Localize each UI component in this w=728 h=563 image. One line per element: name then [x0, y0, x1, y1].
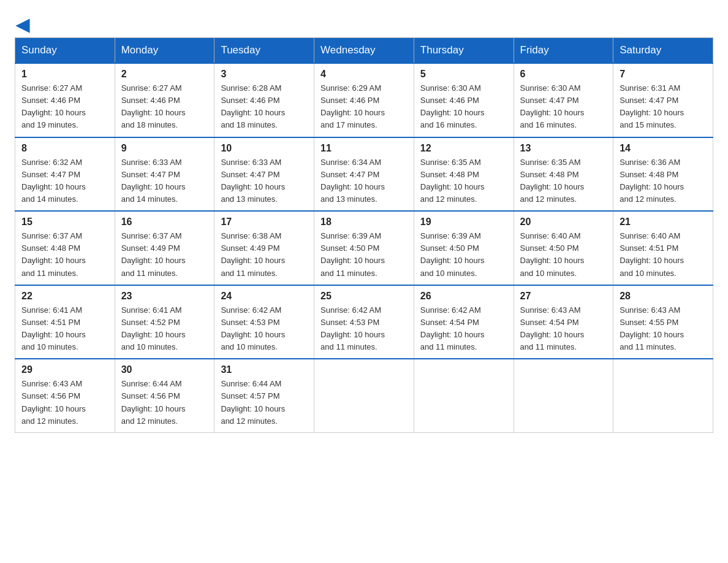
calendar-cell: 24 Sunrise: 6:42 AM Sunset: 4:53 PM Dayl… [214, 285, 314, 359]
weekday-header-friday: Friday [514, 38, 613, 64]
day-number: 17 [221, 216, 308, 228]
day-number: 20 [520, 216, 607, 228]
day-info: Sunrise: 6:41 AM Sunset: 4:51 PM Dayligh… [21, 305, 86, 351]
day-number: 3 [221, 69, 308, 80]
calendar-week-row-5: 29 Sunrise: 6:43 AM Sunset: 4:56 PM Dayl… [15, 359, 713, 432]
calendar-cell: 12 Sunrise: 6:35 AM Sunset: 4:48 PM Dayl… [414, 137, 514, 212]
logo: ◀ [15, 15, 29, 31]
calendar-cell: 18 Sunrise: 6:39 AM Sunset: 4:50 PM Dayl… [314, 211, 414, 285]
calendar-cell: 14 Sunrise: 6:36 AM Sunset: 4:48 PM Dayl… [613, 137, 713, 212]
day-number: 13 [520, 143, 607, 154]
day-info: Sunrise: 6:39 AM Sunset: 4:50 PM Dayligh… [420, 231, 485, 277]
calendar-week-row-4: 22 Sunrise: 6:41 AM Sunset: 4:51 PM Dayl… [15, 285, 713, 359]
calendar-cell: 2 Sunrise: 6:27 AM Sunset: 4:46 PM Dayli… [115, 63, 214, 137]
day-info: Sunrise: 6:33 AM Sunset: 4:47 PM Dayligh… [121, 158, 186, 204]
day-info: Sunrise: 6:43 AM Sunset: 4:54 PM Dayligh… [520, 305, 585, 351]
weekday-header-thursday: Thursday [414, 38, 514, 64]
calendar-cell: 4 Sunrise: 6:29 AM Sunset: 4:46 PM Dayli… [314, 63, 414, 137]
weekday-header-tuesday: Tuesday [214, 38, 314, 64]
day-number: 26 [420, 291, 507, 302]
weekday-header-wednesday: Wednesday [314, 38, 414, 64]
day-info: Sunrise: 6:42 AM Sunset: 4:53 PM Dayligh… [320, 305, 385, 351]
day-number: 31 [221, 364, 308, 375]
calendar-week-row-3: 15 Sunrise: 6:37 AM Sunset: 4:48 PM Dayl… [15, 211, 713, 285]
day-number: 2 [121, 69, 208, 80]
day-info: Sunrise: 6:37 AM Sunset: 4:48 PM Dayligh… [21, 231, 86, 277]
day-number: 8 [21, 143, 108, 154]
day-info: Sunrise: 6:30 AM Sunset: 4:47 PM Dayligh… [520, 83, 585, 129]
weekday-header-saturday: Saturday [613, 38, 713, 64]
calendar-cell: 5 Sunrise: 6:30 AM Sunset: 4:46 PM Dayli… [414, 63, 514, 137]
calendar-cell: 25 Sunrise: 6:42 AM Sunset: 4:53 PM Dayl… [314, 285, 414, 359]
day-info: Sunrise: 6:30 AM Sunset: 4:46 PM Dayligh… [420, 83, 485, 129]
day-info: Sunrise: 6:27 AM Sunset: 4:46 PM Dayligh… [21, 83, 86, 129]
day-info: Sunrise: 6:44 AM Sunset: 4:57 PM Dayligh… [221, 379, 285, 425]
day-number: 29 [21, 364, 108, 375]
calendar-cell: 30 Sunrise: 6:44 AM Sunset: 4:56 PM Dayl… [115, 359, 214, 432]
calendar-week-row-1: 1 Sunrise: 6:27 AM Sunset: 4:46 PM Dayli… [15, 63, 713, 137]
day-number: 21 [620, 216, 707, 228]
day-info: Sunrise: 6:34 AM Sunset: 4:47 PM Dayligh… [320, 158, 385, 204]
calendar-cell: 6 Sunrise: 6:30 AM Sunset: 4:47 PM Dayli… [514, 63, 613, 137]
day-number: 16 [121, 216, 208, 228]
day-number: 19 [420, 216, 507, 228]
day-number: 4 [320, 69, 408, 80]
day-number: 5 [420, 69, 507, 80]
day-number: 10 [221, 143, 308, 154]
calendar-cell [414, 359, 514, 432]
page-header: ◀ [15, 15, 713, 31]
calendar-table: SundayMondayTuesdayWednesdayThursdayFrid… [15, 37, 713, 433]
day-info: Sunrise: 6:43 AM Sunset: 4:55 PM Dayligh… [620, 305, 684, 351]
day-info: Sunrise: 6:40 AM Sunset: 4:50 PM Dayligh… [520, 231, 585, 277]
day-info: Sunrise: 6:44 AM Sunset: 4:56 PM Dayligh… [121, 379, 186, 425]
day-info: Sunrise: 6:35 AM Sunset: 4:48 PM Dayligh… [420, 158, 485, 204]
calendar-cell: 21 Sunrise: 6:40 AM Sunset: 4:51 PM Dayl… [613, 211, 713, 285]
day-info: Sunrise: 6:39 AM Sunset: 4:50 PM Dayligh… [320, 231, 385, 277]
calendar-cell: 26 Sunrise: 6:42 AM Sunset: 4:54 PM Dayl… [414, 285, 514, 359]
calendar-cell: 22 Sunrise: 6:41 AM Sunset: 4:51 PM Dayl… [15, 285, 115, 359]
day-number: 28 [620, 291, 707, 302]
day-info: Sunrise: 6:36 AM Sunset: 4:48 PM Dayligh… [620, 158, 684, 204]
calendar-cell: 1 Sunrise: 6:27 AM Sunset: 4:46 PM Dayli… [15, 63, 115, 137]
day-number: 18 [320, 216, 408, 228]
calendar-cell [514, 359, 613, 432]
day-info: Sunrise: 6:42 AM Sunset: 4:53 PM Dayligh… [221, 305, 285, 351]
day-number: 30 [121, 364, 208, 375]
day-number: 1 [21, 69, 108, 80]
weekday-header-row: SundayMondayTuesdayWednesdayThursdayFrid… [15, 38, 713, 64]
calendar-cell: 16 Sunrise: 6:37 AM Sunset: 4:49 PM Dayl… [115, 211, 214, 285]
day-info: Sunrise: 6:42 AM Sunset: 4:54 PM Dayligh… [420, 305, 485, 351]
day-info: Sunrise: 6:32 AM Sunset: 4:47 PM Dayligh… [21, 158, 86, 204]
calendar-cell: 8 Sunrise: 6:32 AM Sunset: 4:47 PM Dayli… [15, 137, 115, 212]
weekday-header-monday: Monday [115, 38, 214, 64]
calendar-cell: 3 Sunrise: 6:28 AM Sunset: 4:46 PM Dayli… [214, 63, 314, 137]
day-number: 11 [320, 143, 408, 154]
calendar-cell: 9 Sunrise: 6:33 AM Sunset: 4:47 PM Dayli… [115, 137, 214, 212]
calendar-cell [314, 359, 414, 432]
day-number: 6 [520, 69, 607, 80]
logo-triangle-icon: ◀ [16, 15, 29, 35]
calendar-cell: 28 Sunrise: 6:43 AM Sunset: 4:55 PM Dayl… [613, 285, 713, 359]
day-number: 23 [121, 291, 208, 302]
day-info: Sunrise: 6:38 AM Sunset: 4:49 PM Dayligh… [221, 231, 285, 277]
calendar-cell: 27 Sunrise: 6:43 AM Sunset: 4:54 PM Dayl… [514, 285, 613, 359]
day-info: Sunrise: 6:35 AM Sunset: 4:48 PM Dayligh… [520, 158, 585, 204]
calendar-cell: 20 Sunrise: 6:40 AM Sunset: 4:50 PM Dayl… [514, 211, 613, 285]
day-info: Sunrise: 6:43 AM Sunset: 4:56 PM Dayligh… [21, 379, 86, 425]
calendar-cell: 19 Sunrise: 6:39 AM Sunset: 4:50 PM Dayl… [414, 211, 514, 285]
calendar-cell: 13 Sunrise: 6:35 AM Sunset: 4:48 PM Dayl… [514, 137, 613, 212]
calendar-cell: 29 Sunrise: 6:43 AM Sunset: 4:56 PM Dayl… [15, 359, 115, 432]
calendar-cell: 23 Sunrise: 6:41 AM Sunset: 4:52 PM Dayl… [115, 285, 214, 359]
calendar-cell: 17 Sunrise: 6:38 AM Sunset: 4:49 PM Dayl… [214, 211, 314, 285]
calendar-cell: 7 Sunrise: 6:31 AM Sunset: 4:47 PM Dayli… [613, 63, 713, 137]
day-info: Sunrise: 6:29 AM Sunset: 4:46 PM Dayligh… [320, 83, 385, 129]
day-number: 22 [21, 291, 108, 302]
day-number: 7 [620, 69, 707, 80]
calendar-cell: 10 Sunrise: 6:33 AM Sunset: 4:47 PM Dayl… [214, 137, 314, 212]
day-number: 14 [620, 143, 707, 154]
calendar-cell: 15 Sunrise: 6:37 AM Sunset: 4:48 PM Dayl… [15, 211, 115, 285]
day-info: Sunrise: 6:27 AM Sunset: 4:46 PM Dayligh… [121, 83, 186, 129]
logo-text: ◀ [15, 15, 29, 35]
day-info: Sunrise: 6:37 AM Sunset: 4:49 PM Dayligh… [121, 231, 186, 277]
day-info: Sunrise: 6:31 AM Sunset: 4:47 PM Dayligh… [620, 83, 684, 129]
